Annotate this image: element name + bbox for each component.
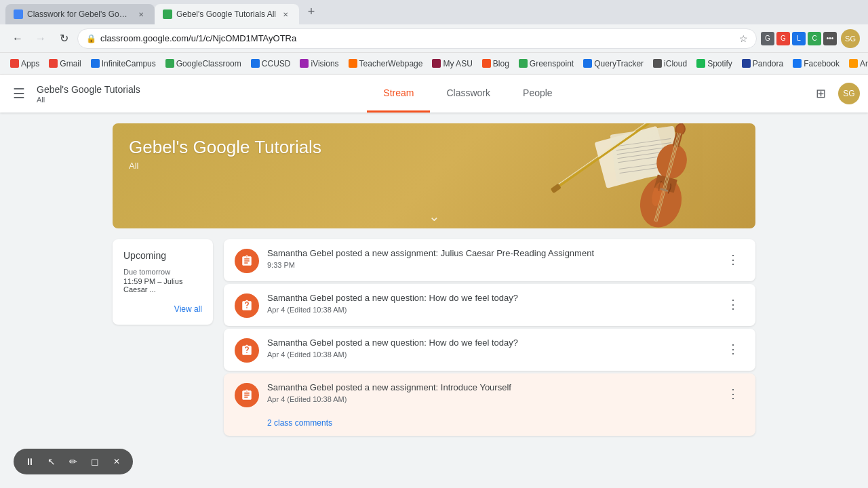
feed-more-button-1[interactable]: ⋮ [720, 247, 745, 272]
feed-title-3: Samantha Gebel posted a new question: Ho… [267, 337, 712, 349]
bookmark-myasu[interactable]: My ASU [427, 57, 477, 70]
feed-meta-2: Apr 4 (Edited 10:38 AM) [267, 306, 712, 314]
upcoming-title: Upcoming [123, 250, 202, 261]
question-icon-2 [241, 344, 253, 357]
tab-title-1: Classwork for Gebel's Google [27, 9, 132, 19]
extension-icons: G G L C ••• [761, 32, 837, 45]
view-all-link[interactable]: View all [123, 304, 202, 314]
hero-chevron[interactable]: ⌄ [429, 209, 440, 223]
question-icon-1 [241, 300, 253, 312]
header-right: ⊞ SG [787, 80, 868, 107]
hamburger-icon: ☰ [13, 85, 25, 102]
people-tab-label: People [523, 87, 553, 98]
bookmark-icloud[interactable]: iCloud [648, 57, 692, 70]
ext-icon-5[interactable]: ••• [823, 32, 837, 45]
feed-comments[interactable]: 2 class comments [267, 418, 745, 428]
app-header: ☰ Gebel's Google Tutorials All Stream Cl… [0, 75, 868, 113]
user-initials: SG [843, 89, 854, 98]
hero-title: Gebel's Google Tutorials [129, 137, 321, 158]
address-text: classroom.google.com/u/1/c/NjcOMD1MTAyOT… [100, 33, 735, 43]
bookmark-gmail[interactable]: Gmail [44, 57, 85, 70]
upcoming-due-label: Due tomorrow [123, 268, 202, 276]
menu-button[interactable]: ☰ [5, 80, 33, 107]
bookmark-star-icon[interactable]: ☆ [739, 33, 748, 44]
tab-favicon-2 [163, 9, 172, 19]
ext-icon-2[interactable]: G [776, 32, 790, 45]
more-vert-icon-4: ⋮ [727, 386, 738, 401]
more-vert-icon-1: ⋮ [727, 252, 738, 267]
bookmark-ccusd[interactable]: CCUSD [246, 57, 296, 70]
tab-close-1[interactable]: ✕ [136, 9, 146, 20]
bottom-toolbar: ⏸ ↖ ✏ ◻ ✕ [14, 449, 133, 449]
header-nav: Stream Classwork People [149, 75, 787, 113]
bookmark-greenspoint[interactable]: Greenspoint [514, 57, 578, 70]
feed-icon-question-2 [235, 338, 259, 363]
tab-bar: Classwork for Gebel's Google ✕ Gebel's G… [0, 0, 868, 24]
app-subtitle: All [37, 96, 140, 104]
feed-title-4: Samantha Gebel posted a new assignment: … [267, 382, 712, 394]
user-menu-icon[interactable]: SG [841, 29, 860, 48]
bookmark-spotify[interactable]: Spotify [692, 57, 737, 70]
bookmark-apps[interactable]: Apps [5, 57, 44, 70]
nav-tab-classwork[interactable]: Classwork [430, 75, 507, 113]
hero-banner: Gebel's Google Tutorials All [113, 123, 755, 228]
bookmark-googleclassroom[interactable]: GoogleClassroom [161, 57, 246, 70]
feed-icon-question-1 [235, 293, 259, 318]
bookmarks-bar: Apps Gmail InfiniteCampus GoogleClassroo… [0, 53, 868, 75]
feed-content-1: Samantha Gebel posted a new assignment: … [267, 247, 712, 269]
tab-tutorials[interactable]: Gebel's Google Tutorials All ✕ [155, 4, 299, 24]
bookmark-ivisions[interactable]: iVisions [295, 57, 343, 70]
bookmark-pandora[interactable]: Pandora [737, 57, 788, 70]
address-input[interactable]: 🔒 classroom.google.com/u/1/c/NjcOMD1MTAy… [77, 28, 757, 49]
assignment-icon-1 [241, 255, 253, 267]
app-title: Gebel's Google Tutorials [37, 83, 140, 96]
feed-item-1[interactable]: Samantha Gebel posted a new assignment: … [224, 239, 755, 281]
ext-icon-4[interactable]: C [808, 32, 821, 45]
feed-more-button-4[interactable]: ⋮ [720, 382, 745, 406]
feed-more-button-2[interactable]: ⋮ [720, 292, 745, 317]
bookmark-blog[interactable]: Blog [477, 57, 514, 70]
upcoming-sidebar: Upcoming Due tomorrow 11:59 PM – Julius … [113, 239, 213, 325]
feed-item-3[interactable]: Samantha Gebel posted a new question: Ho… [224, 329, 755, 371]
tab-close-2[interactable]: ✕ [280, 9, 291, 20]
more-vert-icon-3: ⋮ [727, 342, 738, 357]
address-bar: ← → ↻ 🔒 classroom.google.com/u/1/c/NjcOM… [0, 24, 868, 53]
more-vert-icon-2: ⋮ [727, 297, 738, 312]
back-button[interactable]: ← [8, 29, 27, 48]
bookmark-amazon[interactable]: Amazon [844, 57, 868, 70]
classwork-tab-label: Classwork [446, 87, 490, 98]
feed-title-2: Samantha Gebel posted a new question: Ho… [267, 292, 712, 304]
bookmark-teacherwebpage[interactable]: TeacherWebpage [344, 57, 428, 70]
apps-grid-button[interactable]: ⊞ [807, 80, 834, 107]
main-content: Gebel's Google Tutorials All [102, 113, 766, 449]
nav-tab-stream[interactable]: Stream [367, 75, 430, 113]
bookmark-querytracker[interactable]: QueryTracker [578, 57, 648, 70]
bookmark-facebook[interactable]: Facebook [788, 57, 844, 70]
feed-content-3: Samantha Gebel posted a new question: Ho… [267, 337, 712, 359]
tab-title-2: Gebel's Google Tutorials All [176, 9, 276, 19]
tab-classwork[interactable]: Classwork for Gebel's Google ✕ [5, 4, 155, 24]
lock-icon: 🔒 [86, 34, 96, 43]
upcoming-due-time: 11:59 PM – Julius Caesar ... [123, 277, 202, 293]
feed-item-2[interactable]: Samantha Gebel posted a new question: Ho… [224, 284, 755, 326]
feed-icon-assignment-2 [235, 383, 259, 407]
stream-tab-label: Stream [383, 87, 414, 98]
new-tab-button[interactable]: + [302, 2, 321, 21]
user-avatar[interactable]: SG [838, 83, 860, 104]
feed-item-4[interactable]: Samantha Gebel posted a new assignment: … [224, 373, 755, 436]
forward-button[interactable]: → [31, 29, 50, 48]
header-left: ☰ Gebel's Google Tutorials All [0, 80, 149, 107]
ext-icon-3[interactable]: L [792, 32, 806, 45]
hero-text: Gebel's Google Tutorials All [129, 137, 321, 171]
nav-tab-people[interactable]: People [507, 75, 569, 113]
bookmark-infinitecampus[interactable]: InfiniteCampus [86, 57, 161, 70]
feed-meta-3: Apr 4 (Edited 10:38 AM) [267, 350, 712, 359]
feed: Samantha Gebel posted a new assignment: … [224, 239, 755, 436]
feed-more-button-3[interactable]: ⋮ [720, 337, 745, 361]
tab-favicon-1 [14, 9, 23, 19]
content-grid: Upcoming Due tomorrow 11:59 PM – Julius … [113, 239, 755, 436]
hero-illustration [498, 123, 755, 228]
feed-content-4: Samantha Gebel posted a new assignment: … [267, 382, 712, 403]
refresh-button[interactable]: ↻ [54, 29, 73, 48]
ext-icon-1[interactable]: G [761, 32, 774, 45]
